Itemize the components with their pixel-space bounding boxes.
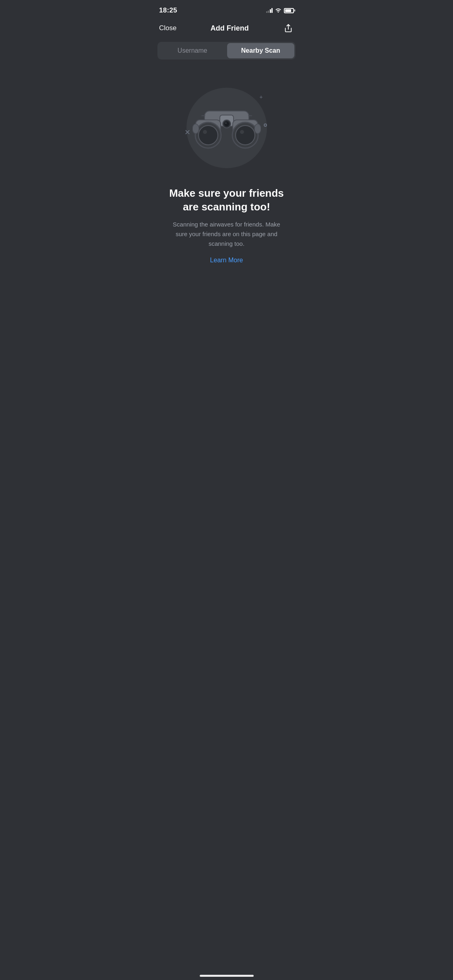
status-bar: 18:25: [151, 0, 302, 18]
status-time: 18:25: [159, 6, 177, 14]
battery-fill: [285, 9, 291, 12]
share-button[interactable]: [283, 23, 294, 34]
signal-bars-icon: [266, 8, 273, 13]
close-button[interactable]: Close: [159, 24, 176, 32]
deco-cross-topright: +: [259, 94, 263, 100]
svg-point-12: [224, 121, 229, 126]
tab-nearby-scan[interactable]: Nearby Scan: [227, 43, 295, 58]
svg-rect-16: [201, 115, 205, 116]
headline: Make sure your friends are scanning too!: [161, 187, 292, 214]
signal-bar-4: [271, 8, 273, 13]
learn-more-link[interactable]: Learn More: [210, 257, 243, 264]
binoculars-illustration: [192, 100, 261, 156]
deco-cross-left: ✕: [184, 128, 190, 137]
signal-bar-3: [270, 9, 271, 13]
nav-bar: Close Add Friend: [151, 18, 302, 39]
wifi-icon: [275, 7, 281, 14]
svg-rect-17: [248, 115, 252, 116]
svg-point-8: [236, 126, 255, 145]
signal-bar-1: [266, 11, 267, 13]
share-icon: [284, 24, 293, 33]
battery-icon: [284, 8, 294, 13]
status-icons: [266, 7, 294, 14]
deco-circle-right: [264, 124, 267, 127]
main-content: ✕ +: [151, 60, 302, 280]
svg-point-7: [199, 126, 218, 145]
svg-point-14: [192, 124, 199, 134]
illustration-container: ✕ +: [182, 84, 271, 172]
svg-point-10: [240, 130, 244, 134]
segmented-control: Username Nearby Scan: [157, 42, 296, 60]
svg-point-15: [254, 124, 261, 134]
svg-point-9: [203, 130, 207, 134]
tab-username[interactable]: Username: [159, 43, 226, 58]
page-title: Add Friend: [211, 24, 249, 33]
svg-point-13: [225, 122, 227, 124]
signal-bar-2: [268, 10, 269, 13]
subtext: Scanning the airwaves for friends. Make …: [166, 220, 287, 249]
